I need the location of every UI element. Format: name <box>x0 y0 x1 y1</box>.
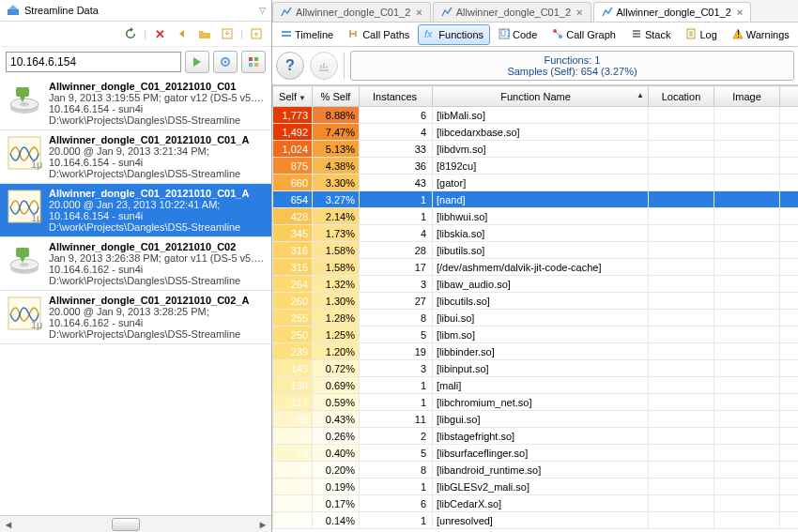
cell-instances: 1 <box>360 394 433 411</box>
cell-function-name: [libGLESv2_mali.so] <box>433 479 649 495</box>
table-row[interactable]: 2501.25%5[libm.so] <box>273 327 799 343</box>
folder-open-icon[interactable] <box>195 24 214 43</box>
cell-location <box>649 124 714 141</box>
col-image[interactable]: Image <box>714 86 780 107</box>
cell-image <box>714 225 780 242</box>
functions-table-wrap[interactable]: Self▼ % Self Instances Function Name▲ Lo… <box>272 85 798 532</box>
col-percent-self[interactable]: % Self <box>313 86 360 107</box>
table-row[interactable]: 1,0245.13%33[libdvm.so] <box>273 141 799 158</box>
view-tab-call-graph[interactable]: Call Graph <box>545 24 622 45</box>
table-row[interactable]: 850.43%11[libgui.so] <box>273 411 799 428</box>
cell-self: 138 <box>273 377 313 394</box>
cell-function-name: [libui.so] <box>433 310 649 327</box>
table-row[interactable]: 3151.58%17[/dev/ashmem/dalvik-jit-code-c… <box>273 259 799 276</box>
col-self[interactable]: Self▼ <box>273 86 313 107</box>
table-row[interactable]: 4282.14%1[libhwui.so] <box>273 208 799 225</box>
scroll-left-arrow[interactable]: ◄ <box>0 517 17 532</box>
table-row[interactable]: 6543.27%1[nand] <box>273 191 799 208</box>
capture-item[interactable]: 1μsAllwinner_dongle_C01_20121010_C02_A20… <box>0 291 271 344</box>
table-row[interactable]: 380.19%1[libGLESv2_mali.so] <box>273 479 799 495</box>
cell-percent-self: 5.13% <box>313 141 360 158</box>
col-function-name[interactable]: Function Name▲ <box>433 86 649 107</box>
table-row[interactable]: 1170.59%1[libchromium_net.so] <box>273 394 799 411</box>
view-tab-log[interactable]: Log <box>679 24 723 45</box>
table-row[interactable]: 340.17%6[libCedarX.so] <box>273 495 799 512</box>
cell-pad <box>780 225 799 242</box>
cell-function-name: [libhwui.so] <box>433 208 649 225</box>
cell-percent-self: 0.26% <box>313 428 360 445</box>
document-tab[interactable]: Allwinner_dongle_C01_2× <box>593 2 752 22</box>
table-row[interactable]: 790.40%5[libsurfaceflinger.so] <box>273 445 799 462</box>
delete-icon[interactable]: ✕ <box>150 24 169 43</box>
ip-address-input[interactable] <box>6 52 181 72</box>
cell-self: 255 <box>273 310 313 327</box>
scroll-track[interactable] <box>17 517 254 532</box>
tab-label: Allwinner_dongle_C01_2 <box>456 7 571 18</box>
refresh-icon[interactable] <box>121 24 140 43</box>
table-row[interactable]: 6603.30%43[gator] <box>273 175 799 191</box>
help-button[interactable]: ? <box>276 52 304 80</box>
cell-pad <box>780 158 799 175</box>
capture-item[interactable]: Allwinner_dongle_C01_20121010_C01Jan 9, … <box>0 77 271 130</box>
document-tabs: Allwinner_dongle_C01_2×Allwinner_dongle_… <box>272 0 798 23</box>
cell-instances: 1 <box>360 512 433 529</box>
export-icon[interactable] <box>247 24 266 43</box>
close-icon[interactable]: × <box>576 7 582 18</box>
table-row[interactable]: 1,4927.47%4[libcedarxbase.so] <box>273 124 799 141</box>
document-tab[interactable]: Allwinner_dongle_C01_2× <box>272 2 431 22</box>
capture-text: Allwinner_dongle_C01_20121010_C01_A20.00… <box>49 188 249 233</box>
view-tab-call-paths[interactable]: Call Paths <box>342 24 416 45</box>
cell-instances: 2 <box>360 428 433 445</box>
cell-pad <box>780 343 799 360</box>
capture-meta-1: 20.000 @ Jan 9, 2013 3:21:34 PM; <box>49 145 249 157</box>
run-button[interactable] <box>185 51 209 73</box>
table-row[interactable]: 280.14%1[unresolved] <box>273 512 799 529</box>
table-row[interactable]: 2601.30%27[libcutils.so] <box>273 293 799 310</box>
cell-instances: 27 <box>360 293 433 310</box>
scroll-thumb[interactable] <box>112 518 140 531</box>
horizontal-scrollbar[interactable]: ◄ ► <box>0 515 271 532</box>
col-location[interactable]: Location <box>649 86 714 107</box>
table-row[interactable]: 8754.38%36[8192cu] <box>273 158 799 175</box>
settings-button[interactable] <box>213 51 238 73</box>
table-row[interactable]: 510.26%2[libstagefright.so] <box>273 428 799 445</box>
capture-meta-3: D:\work\Projects\Dangles\DS5-Streamline <box>49 328 249 340</box>
close-icon[interactable]: × <box>416 7 422 18</box>
view-tab-code[interactable]: 010Code <box>492 24 544 45</box>
document-tab[interactable]: Allwinner_dongle_C01_2× <box>433 2 591 22</box>
table-row[interactable]: 1430.72%3[libinput.so] <box>273 360 799 377</box>
table-row[interactable]: 1380.69%1[mali] <box>273 377 799 394</box>
tab-label: Allwinner_dongle_C01_2 <box>617 7 731 18</box>
cell-instances: 4 <box>360 124 433 141</box>
import-icon[interactable] <box>218 24 237 43</box>
capture-meta-1: 20.000 @ Jan 23, 2013 10:22:41 AM; <box>49 199 249 210</box>
cell-self: 345 <box>273 225 313 242</box>
cell-self: 239 <box>273 343 313 360</box>
col-instances[interactable]: Instances <box>360 86 433 107</box>
view-tab-stack[interactable]: Stack <box>624 24 678 45</box>
cell-self: 34 <box>273 495 313 512</box>
close-icon[interactable]: × <box>737 7 743 18</box>
table-row[interactable]: 2391.20%19[libbinder.so] <box>273 343 799 360</box>
table-row[interactable]: 390.20%8[libandroid_runtime.so] <box>273 462 799 479</box>
menu-chevron-icon[interactable]: ▽ <box>259 6 266 15</box>
counters-button[interactable] <box>241 51 266 73</box>
table-row[interactable]: 1,7738.88%6[libMali.so] <box>273 107 799 124</box>
table-row[interactable]: 3161.58%28[libutils.so] <box>273 242 799 259</box>
capture-item[interactable]: 1μsAllwinner_dongle_C01_20121010_C01_A20… <box>0 130 271 184</box>
table-row[interactable]: 3451.73%4[libskia.so] <box>273 225 799 242</box>
undo-icon[interactable] <box>173 24 192 43</box>
capture-list: Allwinner_dongle_C01_20121010_C01Jan 9, … <box>0 77 271 515</box>
cell-instances: 28 <box>360 242 433 259</box>
table-row[interactable]: 2551.28%8[libui.so] <box>273 310 799 327</box>
cell-image <box>714 360 780 377</box>
view-tab-warnings[interactable]: !Warnings <box>726 24 796 45</box>
table-row[interactable]: 2641.32%3[libaw_audio.so] <box>273 276 799 293</box>
view-tab-timeline[interactable]: Timeline <box>274 24 340 45</box>
scroll-right-arrow[interactable]: ► <box>254 517 271 532</box>
capture-item[interactable]: Allwinner_dongle_C01_20121010_C02Jan 9, … <box>0 237 271 291</box>
view-tab-functions[interactable]: fxFunctions <box>418 24 490 45</box>
capture-item[interactable]: 1μsAllwinner_dongle_C01_20121010_C01_A20… <box>0 184 271 237</box>
sort-desc-icon: ▼ <box>299 94 306 102</box>
cell-location <box>649 276 714 293</box>
